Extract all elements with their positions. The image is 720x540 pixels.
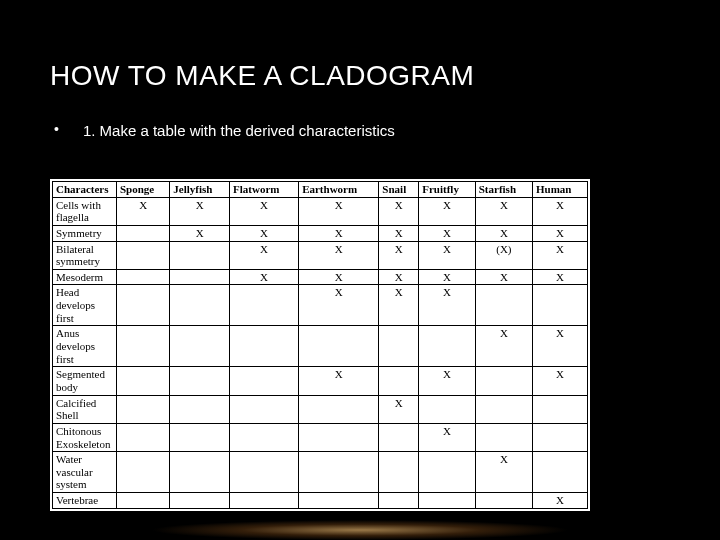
- table-row: SymmetryXXXXXXX: [53, 225, 588, 241]
- cell: [170, 367, 230, 395]
- cell: [299, 395, 379, 423]
- cell: X: [533, 241, 588, 269]
- cell: [117, 452, 170, 493]
- table-row: Chitonous ExoskeletonX: [53, 423, 588, 451]
- cell: [379, 493, 419, 509]
- cell: [117, 423, 170, 451]
- cell: X: [299, 269, 379, 285]
- characteristics-table-wrap: Characters Sponge Jellyfish Flatworm Ear…: [50, 179, 590, 511]
- table-row: Head develops firstXXX: [53, 285, 588, 326]
- cell: X: [170, 225, 230, 241]
- cell: X: [533, 225, 588, 241]
- cell: X: [299, 225, 379, 241]
- cell: X: [475, 326, 532, 367]
- cell: [419, 493, 475, 509]
- cell: [117, 326, 170, 367]
- row-label: Anus develops first: [53, 326, 117, 367]
- cell: X: [117, 197, 170, 225]
- cell: [419, 326, 475, 367]
- row-label: Segmented body: [53, 367, 117, 395]
- cell: X: [379, 225, 419, 241]
- cell: [170, 423, 230, 451]
- cell: [230, 326, 299, 367]
- cell: X: [379, 395, 419, 423]
- col-flatworm: Flatworm: [230, 182, 299, 198]
- cell: [170, 493, 230, 509]
- cell: [117, 395, 170, 423]
- cell: [170, 285, 230, 326]
- cell: [170, 241, 230, 269]
- cell: X: [299, 367, 379, 395]
- cell: [379, 367, 419, 395]
- cell: X: [299, 197, 379, 225]
- cell: [230, 423, 299, 451]
- cell: [230, 493, 299, 509]
- cell: [533, 452, 588, 493]
- cell: [475, 367, 532, 395]
- cell: X: [475, 452, 532, 493]
- cell: (X): [475, 241, 532, 269]
- cell: X: [419, 269, 475, 285]
- cell: X: [230, 269, 299, 285]
- cell: X: [533, 326, 588, 367]
- cell: X: [533, 367, 588, 395]
- cell: X: [230, 225, 299, 241]
- cell: X: [419, 423, 475, 451]
- cell: [533, 285, 588, 326]
- cell: [299, 452, 379, 493]
- bullet-text: 1. Make a table with the derived charact…: [83, 120, 395, 141]
- cell: X: [379, 241, 419, 269]
- cell: [117, 285, 170, 326]
- cell: X: [419, 241, 475, 269]
- cell: [230, 285, 299, 326]
- cell: [117, 269, 170, 285]
- cell: X: [419, 225, 475, 241]
- cell: [475, 423, 532, 451]
- col-starfish: Starfish: [475, 182, 532, 198]
- cell: X: [419, 285, 475, 326]
- table-row: Cells with flagellaXXXXXXXX: [53, 197, 588, 225]
- cell: X: [419, 197, 475, 225]
- row-label: Calcified Shell: [53, 395, 117, 423]
- col-jellyfish: Jellyfish: [170, 182, 230, 198]
- cell: X: [379, 269, 419, 285]
- cell: [117, 493, 170, 509]
- table-row: Water vascular systemX: [53, 452, 588, 493]
- cell: [117, 225, 170, 241]
- row-label: Water vascular system: [53, 452, 117, 493]
- row-label: Cells with flagella: [53, 197, 117, 225]
- col-snail: Snail: [379, 182, 419, 198]
- slide: HOW TO MAKE A CLADOGRAM • 1. Make a tabl…: [0, 0, 720, 179]
- table-body: Cells with flagellaXXXXXXXXSymmetryXXXXX…: [53, 197, 588, 508]
- table-row: Calcified ShellX: [53, 395, 588, 423]
- cell: [230, 452, 299, 493]
- row-label: Head develops first: [53, 285, 117, 326]
- table-row: MesodermXXXXXX: [53, 269, 588, 285]
- cell: [299, 493, 379, 509]
- cell: X: [230, 241, 299, 269]
- cell: X: [475, 225, 532, 241]
- cell: [475, 285, 532, 326]
- col-human: Human: [533, 182, 588, 198]
- bullet-row: • 1. Make a table with the derived chara…: [54, 120, 670, 141]
- cell: X: [170, 197, 230, 225]
- cell: X: [299, 285, 379, 326]
- row-label: Chitonous Exoskeleton: [53, 423, 117, 451]
- col-sponge: Sponge: [117, 182, 170, 198]
- cell: [419, 452, 475, 493]
- row-label: Mesoderm: [53, 269, 117, 285]
- cell: [419, 395, 475, 423]
- cell: [379, 452, 419, 493]
- cell: X: [533, 269, 588, 285]
- cell: [475, 493, 532, 509]
- cell: X: [475, 269, 532, 285]
- table-row: VertebraeX: [53, 493, 588, 509]
- col-fruitfly: Fruitfly: [419, 182, 475, 198]
- cell: [230, 395, 299, 423]
- characteristics-table: Characters Sponge Jellyfish Flatworm Ear…: [52, 181, 588, 509]
- col-earthworm: Earthworm: [299, 182, 379, 198]
- cell: X: [533, 197, 588, 225]
- cell: [533, 395, 588, 423]
- table-row: Bilateral symmetryXXXX(X)X: [53, 241, 588, 269]
- cell: [170, 452, 230, 493]
